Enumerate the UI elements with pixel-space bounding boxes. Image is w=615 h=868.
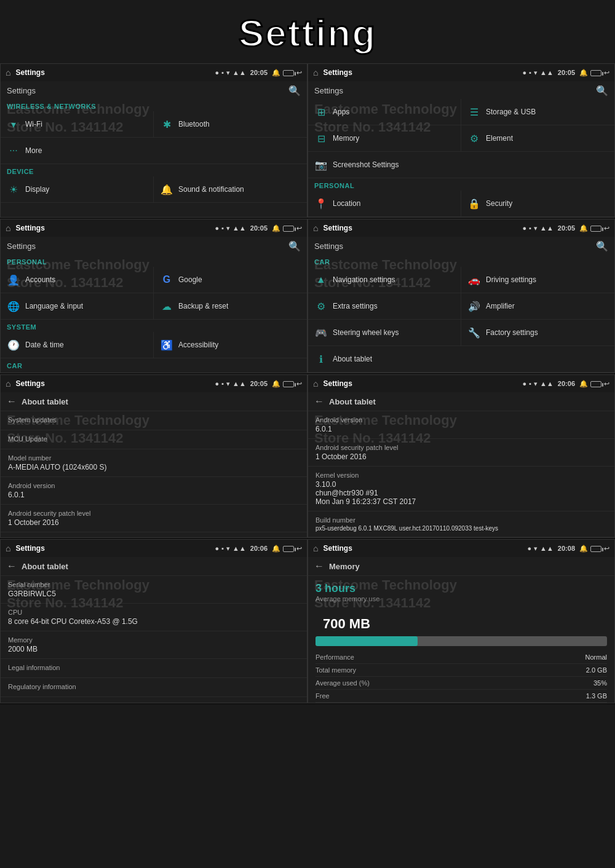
- location-item[interactable]: 📍 Location: [308, 191, 461, 216]
- screen-apps-settings: ⌂ Settings ● ▪ ▾ ▲▲ 20:05 🔔 ↩ Settings 🔍…: [308, 63, 615, 218]
- datetime-item[interactable]: 🕐 Date & time: [1, 332, 154, 358]
- search-button-2[interactable]: 🔍: [596, 85, 608, 97]
- back-icon-3[interactable]: ↩: [296, 224, 302, 232]
- section-device: Device: [1, 164, 307, 176]
- element-icon: ⚙: [467, 132, 481, 145]
- accessibility-item[interactable]: ♿ Accessibility: [154, 332, 307, 358]
- back-icon-6[interactable]: ↩: [604, 380, 609, 388]
- security-item[interactable]: 🔒 Security: [461, 191, 614, 216]
- about-item[interactable]: ℹ About tablet: [308, 346, 614, 372]
- search-button-4[interactable]: 🔍: [596, 240, 608, 252]
- google-icon: G: [160, 273, 173, 286]
- apps-item[interactable]: ⊞ Apps: [308, 99, 461, 125]
- settings-label-4: Settings: [314, 242, 343, 251]
- home-icon-7: ⌂: [6, 543, 10, 553]
- more-item[interactable]: ··· More: [1, 138, 307, 164]
- android-version-value: 6.0.1: [8, 491, 300, 499]
- memory-header-section: 3 hours Average memory use: [308, 576, 614, 605]
- security-patch-label: Android security patch level: [8, 510, 300, 517]
- app-title-3: Settings: [15, 224, 212, 232]
- time-display-3: 20:05: [250, 224, 268, 232]
- extra-item[interactable]: ⚙ Extra settings: [308, 293, 461, 319]
- back-arrow-6[interactable]: ←: [314, 396, 324, 407]
- battery-icon-3: [283, 224, 294, 232]
- back-icon-8[interactable]: ↩: [604, 545, 609, 553]
- app-title-7: Settings: [15, 544, 212, 553]
- location-security-row: 📍 Location 🔒 Security: [308, 191, 614, 217]
- back-arrow-5[interactable]: ←: [7, 396, 17, 407]
- app-title-8: Settings: [323, 544, 525, 553]
- memory-hours-display: 3 hours: [315, 582, 607, 595]
- home-icon-5: ⌂: [6, 379, 10, 389]
- sound-item[interactable]: 🔔 Sound & notification: [154, 176, 307, 202]
- memory-item[interactable]: ⊟ Memory: [308, 125, 461, 151]
- steering-item[interactable]: 🎮 Steering wheel keys: [308, 320, 461, 345]
- memory-label: Memory: [333, 134, 359, 143]
- backup-item[interactable]: ☁ Backup & reset: [154, 293, 307, 319]
- sound-label: Sound & notification: [178, 185, 244, 194]
- performance-value: Normal: [585, 653, 607, 661]
- wifi-status-8: ▲▲: [540, 545, 554, 552]
- free-value: 1.3 GB: [586, 692, 607, 700]
- factory-icon: 🔧: [467, 326, 481, 339]
- volume-icon-7: 🔔: [272, 545, 280, 553]
- circle-icon: ●: [215, 69, 220, 76]
- screenshot-item[interactable]: 📷 Screenshot Settings: [308, 152, 614, 178]
- square-icon: ▪: [221, 69, 224, 76]
- mcu-update-row[interactable]: MCU Update: [1, 430, 307, 449]
- account-icon: 👤: [7, 273, 20, 286]
- display-item[interactable]: ☀ Display: [1, 176, 154, 202]
- circle-icon-4: ●: [523, 224, 527, 232]
- circle-icon-5: ●: [215, 380, 220, 387]
- security-patch-value-2: 1 October 2016: [315, 452, 607, 461]
- battery-icon: [283, 69, 294, 76]
- back-icon-4[interactable]: ↩: [604, 224, 609, 232]
- volume-icon-6: 🔔: [579, 380, 588, 388]
- build-number-label: Build number: [315, 516, 607, 524]
- google-item[interactable]: G Google: [154, 267, 307, 293]
- storage-item[interactable]: ☰ Storage & USB: [461, 99, 614, 125]
- serial-number-value: G3RBIRWLC5: [8, 590, 300, 598]
- search-button-3[interactable]: 🔍: [288, 240, 301, 252]
- bluetooth-item[interactable]: ✱ Bluetooth: [154, 111, 307, 137]
- amplifier-item[interactable]: 🔊 Amplifier: [461, 293, 614, 319]
- search-button[interactable]: 🔍: [288, 85, 301, 97]
- kernel-version-label: Kernel version: [315, 471, 607, 479]
- time-display-2: 20:05: [558, 69, 575, 76]
- wifi-status-4: ▾: [534, 224, 538, 232]
- back-icon[interactable]: ↩: [296, 69, 302, 77]
- accounts-item[interactable]: 👤 Accounts: [1, 267, 154, 293]
- back-arrow-8[interactable]: ←: [314, 561, 324, 572]
- steering-factory-row: 🎮 Steering wheel keys 🔧 Factory settings: [308, 320, 614, 346]
- accessibility-label: Accessibility: [178, 341, 218, 349]
- avg-used-label: Average used (%): [315, 679, 370, 687]
- home-icon: ⌂: [6, 68, 10, 77]
- back-icon-5[interactable]: ↩: [296, 380, 302, 388]
- amplifier-label: Amplifier: [486, 302, 515, 310]
- factory-item[interactable]: 🔧 Factory settings: [461, 320, 614, 345]
- legal-row[interactable]: Legal information: [1, 659, 307, 678]
- avg-used-row: Average used (%) 35%: [315, 677, 607, 690]
- status-bar-8: ⌂ Settings ● ▾ ▲▲ 20:08 🔔 ↩: [308, 540, 614, 557]
- volume-icon-3: 🔔: [272, 224, 280, 232]
- home-icon-8: ⌂: [313, 543, 318, 553]
- settings-label: Settings: [7, 86, 36, 95]
- back-icon-7[interactable]: ↩: [296, 545, 302, 553]
- language-backup-row: 🌐 Language & input ☁ Backup & reset: [1, 293, 307, 320]
- back-icon-2[interactable]: ↩: [604, 69, 609, 77]
- back-arrow-7[interactable]: ←: [7, 561, 17, 572]
- wifi-item[interactable]: ▾ Wi-Fi: [1, 111, 154, 137]
- language-item[interactable]: 🌐 Language & input: [1, 293, 154, 319]
- display-icon: ☀: [7, 183, 20, 196]
- about-back-header-3: ← About tablet: [1, 557, 307, 576]
- driving-item[interactable]: 🚗 Driving settings: [461, 267, 614, 293]
- nav-driving-row: ▲ Navigation settings 🚗 Driving settings: [308, 267, 614, 293]
- system-updates-row[interactable]: System updates: [1, 411, 307, 430]
- memory-avg-label: Average memory use: [315, 595, 607, 602]
- android-version-row: Android version 6.0.1: [1, 477, 307, 505]
- regulatory-row[interactable]: Regulatory information: [1, 678, 307, 697]
- extra-label: Extra settings: [333, 302, 378, 310]
- navigation-item[interactable]: ▲ Navigation settings: [308, 267, 461, 293]
- element-item[interactable]: ⚙ Element: [461, 125, 614, 151]
- time-display-8: 20:08: [558, 545, 575, 552]
